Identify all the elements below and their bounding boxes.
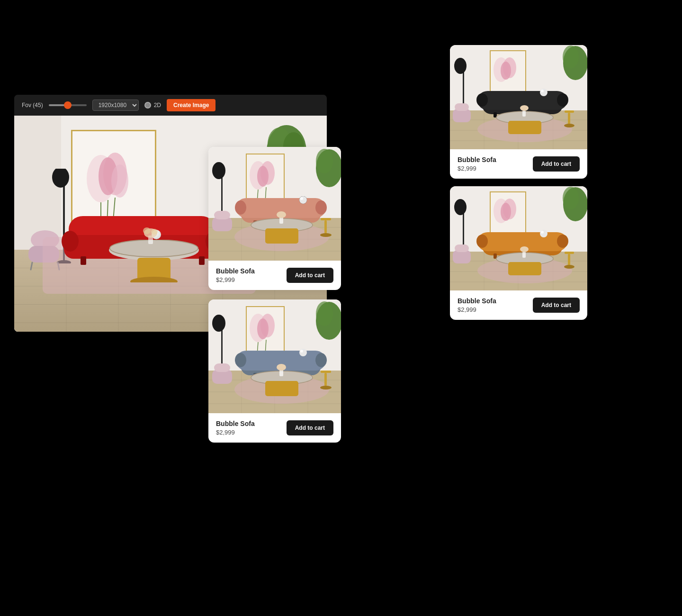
svg-rect-170 xyxy=(453,250,471,263)
product-card-black: Bubble Sofa $2,999 Add to cart xyxy=(450,45,587,179)
svg-point-101 xyxy=(212,315,225,332)
svg-point-99 xyxy=(316,301,333,326)
card-image-bluegray xyxy=(208,299,341,413)
svg-rect-184 xyxy=(565,252,574,254)
svg-point-64 xyxy=(212,162,225,179)
svg-point-165 xyxy=(501,203,511,221)
bluegray-sofa-scene xyxy=(208,299,341,413)
product-card-column-mid: Bubble Sofa $2,999 Add to cart xyxy=(208,147,341,443)
svg-point-14 xyxy=(111,164,128,198)
add-to-cart-button-bluegray[interactable]: Add to cart xyxy=(287,420,333,435)
svg-point-141 xyxy=(557,93,568,107)
svg-point-110 xyxy=(299,349,307,356)
svg-point-31 xyxy=(62,231,79,252)
card-details-gold: Bubble Sofa $2,999 xyxy=(458,297,496,313)
product-card-column-right: Bubble Sofa $2,999 Add to cart xyxy=(450,45,587,320)
svg-rect-33 xyxy=(81,256,86,265)
svg-rect-114 xyxy=(279,370,283,376)
svg-rect-66 xyxy=(214,211,230,219)
svg-rect-181 xyxy=(508,262,541,275)
svg-rect-150 xyxy=(565,110,574,113)
svg-point-131 xyxy=(501,62,511,80)
card-image-salmon xyxy=(208,147,341,261)
card-info-salmon: Bubble Sofa $2,999 Add to cart xyxy=(208,261,341,290)
svg-rect-182 xyxy=(522,252,526,258)
svg-point-70 xyxy=(315,200,327,215)
svg-point-167 xyxy=(563,187,579,209)
svg-point-179 xyxy=(541,231,544,234)
card-info-black: Bubble Sofa $2,999 Add to cart xyxy=(450,149,587,179)
create-image-button[interactable]: Create Image xyxy=(167,99,215,111)
svg-point-79 xyxy=(277,211,286,218)
svg-point-75 xyxy=(300,197,303,200)
product-card-salmon: Bubble Sofa $2,999 Add to cart xyxy=(208,147,341,290)
product-card-bluegray: Bubble Sofa $2,999 Add to cart xyxy=(208,299,341,443)
black-sofa-scene xyxy=(450,45,587,149)
fov-slider-container[interactable] xyxy=(49,104,87,106)
card-price-bluegray: $2,999 xyxy=(216,429,255,436)
card-details-bluegray: Bubble Sofa $2,999 xyxy=(216,420,255,436)
card-title-gold: Bubble Sofa xyxy=(458,297,496,305)
card-image-gold xyxy=(450,186,587,290)
fov-slider[interactable] xyxy=(49,104,87,106)
svg-line-27 xyxy=(31,263,32,270)
card-title-salmon: Bubble Sofa xyxy=(216,267,255,275)
svg-rect-81 xyxy=(324,220,327,234)
add-to-cart-button-black[interactable]: Add to cart xyxy=(533,156,580,172)
svg-point-186 xyxy=(564,265,574,269)
table-flower-arrangement xyxy=(141,221,160,245)
card-price-gold: $2,999 xyxy=(458,306,496,313)
svg-rect-77 xyxy=(265,228,298,244)
gold-sofa-scene xyxy=(450,186,587,290)
svg-point-41 xyxy=(143,227,151,234)
card-title-bluegray: Bubble Sofa xyxy=(216,420,255,427)
card-price-salmon: $2,999 xyxy=(216,276,255,283)
svg-rect-151 xyxy=(568,113,570,125)
svg-rect-171 xyxy=(455,245,469,252)
svg-point-115 xyxy=(277,364,286,371)
svg-rect-116 xyxy=(321,371,331,373)
svg-point-106 xyxy=(235,353,246,367)
svg-rect-103 xyxy=(214,363,230,372)
svg-rect-147 xyxy=(508,121,541,134)
svg-point-149 xyxy=(520,105,529,111)
card-info-bluegray: Bubble Sofa $2,999 Add to cart xyxy=(208,413,341,443)
svg-point-111 xyxy=(300,350,303,353)
svg-point-69 xyxy=(235,200,246,215)
card-details-black: Bubble Sofa $2,999 xyxy=(458,156,496,172)
svg-point-95 xyxy=(257,318,269,339)
add-to-cart-button-gold[interactable]: Add to cart xyxy=(533,298,580,313)
svg-point-42 xyxy=(151,229,158,235)
svg-point-144 xyxy=(540,89,547,96)
svg-point-178 xyxy=(540,230,547,237)
svg-point-152 xyxy=(564,124,574,127)
resolution-select[interactable]: 1920x1080 xyxy=(92,100,139,111)
svg-rect-185 xyxy=(568,254,570,266)
svg-point-82 xyxy=(320,233,332,237)
svg-rect-117 xyxy=(324,373,327,386)
mode-label: 2D xyxy=(154,102,161,109)
svg-point-133 xyxy=(563,45,579,68)
svg-point-74 xyxy=(299,196,307,204)
mode-circle-icon xyxy=(144,102,151,109)
svg-point-23 xyxy=(52,169,69,188)
card-details-salmon: Bubble Sofa $2,999 xyxy=(216,267,255,283)
svg-point-62 xyxy=(316,149,333,173)
coffee-table-svg xyxy=(107,240,201,282)
card-image-black xyxy=(450,45,587,149)
card-price-black: $2,999 xyxy=(458,165,496,172)
coffee-table xyxy=(107,240,187,284)
svg-point-58 xyxy=(257,166,269,187)
svg-point-175 xyxy=(557,235,568,248)
svg-point-174 xyxy=(476,235,488,248)
card-title-black: Bubble Sofa xyxy=(458,156,496,163)
salmon-sofa-scene xyxy=(208,147,341,261)
product-card-gold: Bubble Sofa $2,999 Add to cart xyxy=(450,186,587,320)
svg-point-107 xyxy=(315,353,327,367)
svg-rect-148 xyxy=(522,110,526,117)
svg-point-169 xyxy=(454,199,467,215)
svg-point-140 xyxy=(476,93,488,107)
svg-point-118 xyxy=(320,386,332,390)
svg-rect-137 xyxy=(455,103,469,111)
add-to-cart-button-salmon[interactable]: Add to cart xyxy=(287,268,333,283)
